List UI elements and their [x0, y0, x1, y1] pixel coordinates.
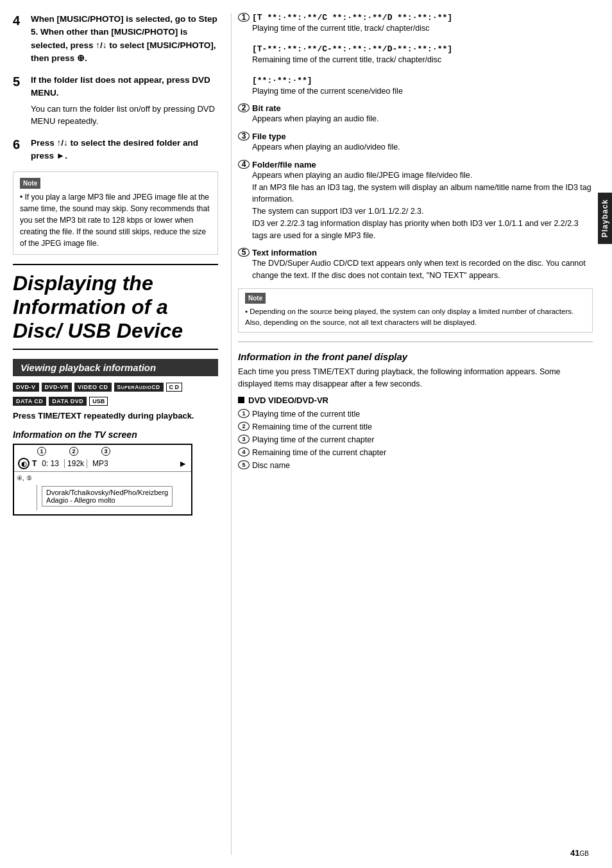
code-3: [**:·**:·**]: [252, 76, 593, 85]
page-number: 41GB: [570, 848, 589, 858]
right-num-5: 5: [238, 248, 250, 257]
step-content-4: When [MUSIC/PHOTO] is selected, go to St…: [31, 13, 218, 65]
subsection-heading: Viewing playback information: [13, 359, 218, 376]
fp-item-1: Playing time of the current title: [252, 408, 360, 421]
step-title-6: Press ↑/↓ to select the desired folder a…: [31, 138, 198, 161]
item-extra-4b: The system can support ID3 ver 1.0/1.1/2…: [252, 205, 593, 218]
note-text-right: • Depending on the source being played, …: [245, 306, 586, 329]
fp-item-3: Playing time of the current chapter: [252, 433, 374, 446]
right-num-1: 1: [238, 13, 250, 22]
front-panel-item-2: 2 Remaining time of the current title: [238, 421, 593, 433]
step-content-6: Press ↑/↓ to select the desired folder a…: [31, 137, 218, 163]
right-content-5: Text information The DVD/Super Audio CD/…: [252, 248, 593, 282]
code-1: [T **:·**:·**/C **:·**:·**/D **:·**:·**]: [252, 13, 593, 22]
fp-num-2: 2: [238, 422, 250, 431]
fp-item-4: Remaining time of the current chapter: [252, 446, 386, 459]
front-panel-item-1: 1 Playing time of the current title: [238, 408, 593, 421]
item-desc-3: Appears when playing an audio/video file…: [252, 141, 593, 153]
note-box-right: Note • Depending on the source being pla…: [238, 288, 593, 333]
tv-screen-heading: Information on the TV screen: [13, 430, 218, 440]
fp-num-1: 1: [238, 409, 250, 418]
tv-row2: ④, ⑤ Dvorak/Tchaikovsky/NedPho/Kreizberg…: [14, 472, 191, 514]
fp-item-2: Remaining time of the current title: [252, 421, 372, 433]
press-instruction: Press TIME/TEXT repeatedly during playba…: [13, 411, 218, 421]
tv-text-box: Dvorak/Tchaikovsky/NedPho/Kreizberg Adag…: [42, 486, 173, 507]
step-body-5: You can turn the folder list on/off by p…: [31, 103, 218, 128]
tv-time: 0: 13: [39, 459, 62, 468]
right-column: 1 [T **:·**:·**/C **:·**:·**/D **:·**:·*…: [231, 13, 593, 855]
left-column: 4 When [MUSIC/PHOTO] is selected, go to …: [13, 13, 231, 855]
item-extra-4a: If an MP3 file has an ID3 tag, the syste…: [252, 182, 593, 206]
fp-num-4: 4: [238, 447, 250, 456]
main-heading: Displaying the Information of a Disc/ US…: [13, 272, 218, 342]
right-item-2: 2 Bit rate Appears when playing an audio…: [238, 103, 593, 125]
note-box-left: Note • If you play a large MP3 file and …: [13, 171, 218, 255]
item-bold-4: Folder/file name: [252, 160, 593, 169]
step-title-5: If the folder list does not appear, pres…: [31, 75, 210, 98]
badge-data-cd: DATA CD: [13, 397, 46, 406]
front-panel-item-5: 5 Disc name: [238, 459, 593, 472]
dvd-vr-heading: DVD VIDEO/DVD-VR: [238, 395, 593, 405]
tv-bitrate: 192k: [64, 459, 87, 468]
right-num-4: 4: [238, 160, 250, 169]
item-bold-2: Bit rate: [252, 103, 593, 113]
tv-text-line1: Dvorak/Tchaikovsky/NedPho/Kreizberg: [46, 489, 168, 496]
fp-num-3: 3: [238, 435, 250, 444]
tv-format: MP3: [90, 459, 111, 468]
right-item-4: 4 Folder/file name Appears when playing …: [238, 160, 593, 242]
step-title-4: When [MUSIC/PHOTO] is selected, go to St…: [31, 14, 217, 63]
right-content-3: File type Appears when playing an audio/…: [252, 132, 593, 153]
tv-t-label: T: [32, 459, 37, 468]
tv-play-arrow: ►: [178, 458, 187, 469]
tv-row1: ◐ T 0: 13 192k MP3 ►: [14, 456, 191, 472]
fp-num-5: 5: [238, 460, 250, 469]
front-panel-item-3: 3 Playing time of the current chapter: [238, 433, 593, 446]
step-6: 6 Press ↑/↓ to select the desired folder…: [13, 137, 218, 163]
tv-circle-1: 1: [37, 447, 46, 456]
front-panel-body: Each time you press TIME/TEXT during pla…: [238, 366, 593, 390]
note-label-right: Note: [245, 293, 266, 304]
step-number-4: 4: [13, 13, 26, 65]
badge-data-dvd: DATA DVD: [49, 397, 87, 406]
right-item-5: 5 Text information The DVD/Super Audio C…: [238, 248, 593, 282]
tv-screen: 1 2 3 ◐ T 0: 13 192k MP3 ►: [13, 444, 192, 516]
tv-circle-2: 2: [69, 447, 78, 456]
item-extra-4c: ID3 ver 2.2/2.3 tag information display …: [252, 218, 593, 242]
front-panel-item-4: 4 Remaining time of the current chapter: [238, 446, 593, 459]
square-bullet-icon: [238, 397, 244, 403]
desc-1b: Remaining time of the current title, tra…: [252, 54, 593, 66]
page-number-suffix: GB: [580, 850, 589, 857]
right-num-3: 3: [238, 132, 250, 141]
note-text-left: • If you play a large MP3 file and JPEG …: [20, 191, 211, 249]
badge-usb: USB: [89, 397, 108, 406]
front-panel-heading: Information in the front panel display: [238, 351, 593, 362]
badge-dvd-vr: DVD-VR: [42, 383, 72, 392]
right-item-3: 3 File type Appears when playing an audi…: [238, 132, 593, 153]
tv-screen-section: Information on the TV screen 1 2 3 ◐ T 0…: [13, 430, 218, 516]
right-item-1: 1 [T **:·**:·**/C **:·**:·**/D **:·**:·*…: [238, 13, 593, 97]
item-desc-5: The DVD/Super Audio CD/CD text appears o…: [252, 257, 593, 282]
desc-1a: Playing time of the current title, track…: [252, 22, 593, 35]
step-number-6: 6: [13, 137, 26, 163]
right-num-2: 2: [238, 103, 250, 112]
badge-dvd-v: DVD-V: [13, 383, 39, 392]
sidebar-playback-tab: Playback: [598, 193, 612, 244]
tv-disc-icon: ◐: [18, 458, 30, 469]
page-number-value: 41: [570, 848, 579, 858]
tv-text-line2: Adagio - Allegro molto: [46, 496, 168, 504]
desc-1c: Playing time of the current scene/video …: [252, 85, 593, 98]
note-label-left: Note: [20, 178, 40, 189]
badge-row-2: DATA CD DATA DVD USB: [13, 397, 218, 406]
main-heading-section: Displaying the Information of a Disc/ US…: [13, 264, 218, 350]
tv-label-45: ④, ⑤: [17, 474, 32, 482]
dvd-vr-label: DVD VIDEO/DVD-VR: [248, 395, 328, 405]
badge-video-cd: VIDEO CD: [74, 383, 112, 392]
section-divider: [238, 342, 593, 342]
item-bold-5: Text information: [252, 248, 593, 257]
fp-item-5: Disc name: [252, 459, 290, 472]
right-content-1: [T **:·**:·**/C **:·**:·**/D **:·**:·**]…: [252, 13, 593, 97]
right-content-4: Folder/file name Appears when playing an…: [252, 160, 593, 242]
badge-super-audio: SUPERAUDIOCD: [114, 383, 164, 392]
tv-circle-3: 3: [101, 447, 110, 456]
right-content-2: Bit rate Appears when playing an audio f…: [252, 103, 593, 125]
